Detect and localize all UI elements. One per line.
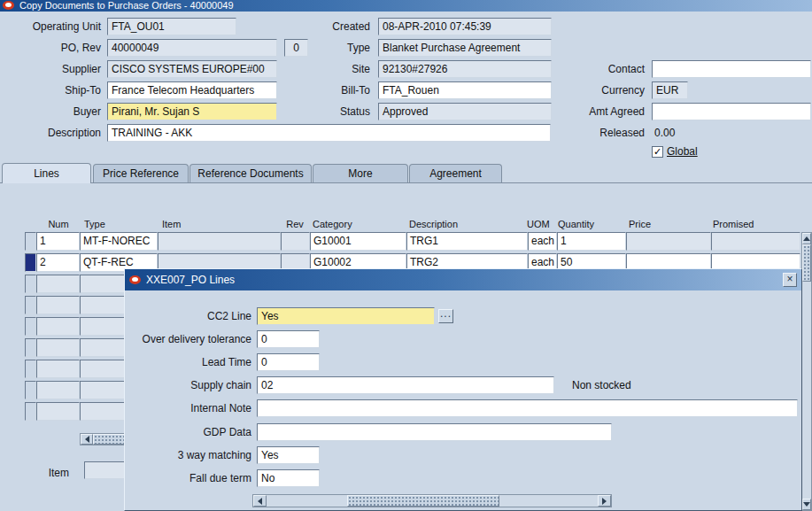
- gdp-data-field[interactable]: [257, 423, 612, 441]
- column-header-category: Category: [313, 218, 352, 230]
- record-selector[interactable]: [25, 253, 36, 272]
- fall-due-term-field[interactable]: No: [257, 469, 320, 487]
- type-label: Type: [292, 39, 370, 57]
- lead-time-label: Lead Time: [128, 353, 251, 371]
- cell-num[interactable]: 2: [36, 253, 80, 272]
- amt-agreed-field[interactable]: [652, 103, 811, 120]
- over-delivery-tolerance-field[interactable]: 0: [257, 330, 320, 348]
- item-footer-label: Item: [18, 464, 69, 482]
- scroll-left-button[interactable]: [253, 495, 267, 507]
- ship-to-field[interactable]: France Telecom Headquarters: [107, 81, 277, 99]
- status-label: Status: [292, 103, 370, 120]
- cell-num: [36, 296, 80, 314]
- tab-more[interactable]: More: [313, 164, 408, 182]
- scroll-up-button[interactable]: [802, 233, 811, 244]
- contact-label: Contact: [563, 60, 645, 78]
- ship-to-label: Ship-To: [2, 81, 101, 99]
- column-header-description: Description: [409, 218, 458, 230]
- supplier-field: CISCO SYSTEMS EUROPE#00: [107, 60, 277, 78]
- scroll-up-icon: [803, 236, 810, 241]
- dialog-close-button[interactable]: ×: [783, 273, 797, 287]
- bill-to-field[interactable]: FTA_Rouen: [378, 81, 552, 99]
- record-selector[interactable]: [25, 275, 36, 293]
- tab-agreement[interactable]: Agreement: [409, 164, 502, 182]
- cell-description[interactable]: TRG1: [406, 232, 528, 251]
- po-rev-label: PO, Rev: [2, 39, 101, 57]
- record-selector[interactable]: [25, 317, 36, 336]
- supply-chain-note: Non stocked: [572, 376, 631, 394]
- internal-note-label: Internal Note: [128, 399, 251, 417]
- supplier-label: Supplier: [2, 60, 101, 78]
- fall-due-term-label: Fall due term: [128, 469, 251, 487]
- type-field: Blanket Purchase Agreement: [378, 39, 552, 57]
- cell-type[interactable]: MT-F-NOREC: [80, 232, 158, 251]
- oracle-logo-icon: [3, 1, 14, 10]
- global-checkbox[interactable]: ✓: [652, 146, 663, 158]
- cell-num: [36, 402, 80, 421]
- column-header-item: Item: [162, 218, 181, 230]
- window-titlebar[interactable]: Copy Documents to Purchase Orders - 4000…: [0, 0, 812, 12]
- supply-chain-field[interactable]: 02: [257, 376, 554, 394]
- cell-category[interactable]: G10001: [310, 232, 406, 251]
- over-delivery-tolerance-label: Over delivery tolerance: [128, 330, 251, 348]
- column-header-rev: Rev: [280, 218, 310, 230]
- column-header-quantity: Quantity: [558, 218, 594, 230]
- operating-unit-field: FTA_OU01: [107, 18, 236, 35]
- dialog-titlebar[interactable]: XXE007_PO Lines ×: [125, 269, 801, 290]
- amt-agreed-label: Amt Agreed: [563, 103, 645, 120]
- released-label: Released: [563, 124, 645, 142]
- tab-price-reference[interactable]: Price Reference: [93, 164, 189, 182]
- cc2-line-field[interactable]: Yes: [257, 307, 435, 325]
- column-header-promised: Promised: [713, 218, 754, 230]
- record-selector[interactable]: [25, 338, 36, 357]
- scroll-left-icon: [258, 498, 262, 505]
- column-header-uom: UOM: [527, 218, 550, 230]
- created-field: 08-APR-2010 07:45:39: [378, 18, 552, 35]
- oracle-logo-icon: [129, 275, 141, 284]
- scroll-left-icon: [85, 436, 89, 443]
- description-field[interactable]: TRAINING - AKK: [107, 124, 551, 142]
- record-selector[interactable]: [25, 232, 36, 251]
- dialog-h-scrollbar[interactable]: [252, 494, 612, 507]
- cc2-line-label: CC2 Line: [128, 307, 251, 325]
- record-selector[interactable]: [25, 296, 36, 314]
- buyer-field[interactable]: Pirani, Mr. Sujan S: [107, 103, 277, 120]
- tab-lines[interactable]: Lines: [2, 163, 91, 183]
- dialog-scroll-thumb[interactable]: [347, 495, 499, 507]
- created-label: Created: [292, 18, 370, 35]
- record-selector[interactable]: [25, 402, 36, 421]
- cell-quantity[interactable]: 1: [557, 232, 626, 251]
- contact-field[interactable]: [652, 60, 811, 78]
- buyer-label: Buyer: [2, 103, 101, 120]
- dialog-title: XXE007_PO Lines: [146, 269, 235, 290]
- cell-promised: [711, 232, 800, 251]
- v-scroll-thumb[interactable]: [802, 244, 811, 282]
- currency-label: Currency: [563, 81, 645, 99]
- column-header-type: Type: [84, 218, 105, 230]
- lead-time-field[interactable]: 0: [257, 353, 320, 371]
- cell-uom[interactable]: each: [528, 232, 557, 251]
- cc2-line-lov-button[interactable]: ...: [438, 309, 453, 323]
- scroll-right-button[interactable]: [598, 495, 611, 507]
- operating-unit-label: Operating Unit: [2, 18, 101, 35]
- cell-num[interactable]: 1: [36, 232, 80, 251]
- currency-field: EUR: [652, 81, 688, 99]
- record-selector[interactable]: [25, 360, 36, 378]
- description-label: Description: [2, 124, 101, 142]
- three-way-matching-field[interactable]: Yes: [257, 446, 320, 464]
- scroll-left-button[interactable]: [81, 434, 93, 445]
- record-selector[interactable]: [25, 381, 36, 399]
- scroll-down-button[interactable]: [802, 499, 811, 510]
- cell-price: [626, 232, 711, 251]
- status-field: Approved: [378, 103, 552, 120]
- scroll-right-icon: [602, 498, 607, 505]
- internal-note-field[interactable]: [257, 399, 798, 417]
- cell-num: [36, 381, 80, 399]
- released-value: 0.00: [654, 124, 675, 142]
- po-lines-dialog: XXE007_PO Lines × CC2 Line Yes ... Over …: [124, 268, 802, 511]
- window-title: Copy Documents to Purchase Orders - 4000…: [19, 0, 234, 12]
- table-row: 1 MT-F-NOREC G10001 TRG1 each 1: [0, 232, 812, 251]
- table-v-scrollbar[interactable]: [801, 232, 812, 511]
- cell-item: [158, 232, 281, 251]
- tab-reference-documents[interactable]: Reference Documents: [189, 164, 312, 182]
